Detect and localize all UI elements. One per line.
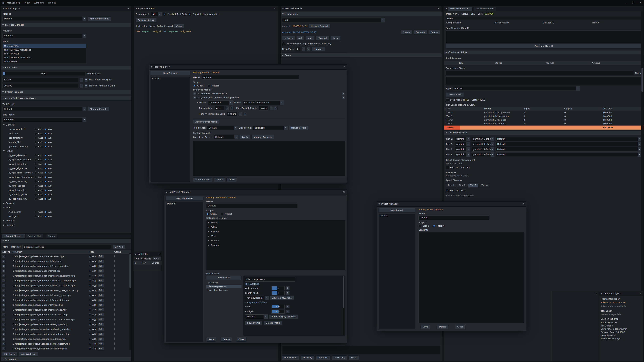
remove-override-button[interactable]: x bbox=[286, 310, 290, 313]
save-tool-preset-button[interactable]: Save bbox=[206, 337, 216, 342]
agg-checkbox[interactable]: ✓ bbox=[89, 260, 91, 263]
full-button[interactable]: Full bbox=[98, 255, 104, 258]
tab-theme[interactable]: Theme bbox=[46, 234, 58, 238]
usage-analytics-header[interactable]: ▼ Usage Analytics ✕ bbox=[599, 291, 643, 296]
add-files-button[interactable]: Add File(s) bbox=[2, 352, 18, 356]
minimize-icon[interactable]: – bbox=[625, 1, 626, 4]
composer-button[interactable]: MD Only bbox=[301, 356, 314, 360]
add-category-override-button[interactable]: Add Category Override bbox=[269, 314, 298, 319]
auto-radio[interactable] bbox=[34, 163, 37, 165]
full-button[interactable]: Full bbox=[98, 342, 104, 346]
group-header-surgical[interactable]: ▶ Surgical bbox=[1, 201, 131, 205]
preset-list-item[interactable]: Default bbox=[378, 214, 415, 218]
model-option[interactable]: MiniMax-M2.1-highspeed bbox=[3, 56, 86, 60]
increment-icon[interactable]: + bbox=[230, 106, 234, 110]
profile-scrollbar[interactable] bbox=[343, 276, 344, 335]
model-option[interactable]: MiniMax-M2 bbox=[3, 60, 86, 63]
close-icon[interactable]: ✕ bbox=[639, 292, 642, 295]
category-row[interactable]: ▶ General bbox=[206, 220, 345, 225]
remove-file-button[interactable]: x bbox=[2, 323, 6, 326]
bias-profile-item[interactable]: Balanced bbox=[206, 281, 242, 285]
update-commit-button[interactable]: Update Commit bbox=[309, 24, 330, 28]
tier-preset-dropdown[interactable]: Default ▾ bbox=[496, 137, 642, 141]
full-button[interactable]: Full bbox=[98, 328, 104, 331]
manage-prompts-button[interactable]: Manage Prompts bbox=[252, 135, 274, 139]
caret-down-icon[interactable]: ▼ bbox=[282, 7, 284, 10]
tier-model-config-header[interactable]: ▼ Tier Model Config bbox=[444, 131, 643, 135]
agg-checkbox[interactable]: ✓ bbox=[89, 323, 91, 326]
auto-radio[interactable] bbox=[34, 198, 37, 200]
tier-model-dropdown[interactable]: gemini-2.5-flash-lite ▾ bbox=[472, 152, 494, 157]
provider-model-section-header[interactable]: ▼ Provider & Model bbox=[1, 23, 131, 27]
tool-preset-manager-titlebar[interactable]: ▼ Tool Preset Manager ✕ bbox=[164, 190, 347, 195]
autoadd-checkbox[interactable] bbox=[282, 42, 285, 45]
ask-radio[interactable] bbox=[44, 189, 47, 192]
close-icon[interactable]: ✕ bbox=[22, 235, 23, 238]
ai-settings-header[interactable]: ▼ AI Settings ☰ ✕ bbox=[1, 6, 131, 11]
track-type-dropdown[interactable]: feature ▾ bbox=[453, 86, 580, 91]
save-profile-button[interactable]: Save Profile bbox=[245, 321, 262, 325]
system-prompts-section-header[interactable]: ▼ System Prompts bbox=[1, 90, 131, 94]
tool-preset-dropdown[interactable]: Default ▾ bbox=[2, 107, 86, 111]
create-track-button[interactable]: Create Track bbox=[446, 92, 464, 97]
auto-radio[interactable] bbox=[34, 211, 37, 213]
load-preset-dropdown[interactable]: Default ▾ bbox=[214, 135, 238, 139]
tier-provider-dropdown[interactable]: gemini ▾ bbox=[455, 147, 470, 151]
epic-planning-textarea[interactable] bbox=[446, 30, 642, 43]
ask-radio[interactable] bbox=[44, 158, 47, 161]
auto-radio[interactable] bbox=[34, 141, 37, 144]
remove-file-button[interactable]: x bbox=[2, 313, 6, 317]
full-button[interactable]: Full bbox=[98, 318, 104, 321]
increment-icon[interactable]: + bbox=[84, 78, 88, 82]
close-icon[interactable]: ✕ bbox=[158, 253, 161, 255]
agg-checkbox[interactable]: ✓ bbox=[89, 279, 91, 282]
remove-file-button[interactable]: x bbox=[2, 342, 6, 346]
discussions-section-header[interactable]: ▼ Discussions bbox=[280, 12, 442, 16]
close-dialog-button[interactable]: Close bbox=[236, 337, 246, 342]
weight-input[interactable]: 4 bbox=[272, 286, 284, 290]
agg-checkbox[interactable]: ✓ bbox=[89, 294, 91, 297]
save-preset-button[interactable]: Save bbox=[420, 325, 430, 329]
max-tokens-input[interactable] bbox=[2, 78, 78, 82]
project-radio[interactable] bbox=[208, 84, 210, 87]
remove-file-button[interactable]: x bbox=[2, 303, 6, 307]
conductor-setup-header[interactable]: ▶ Conductor Setup bbox=[444, 50, 643, 55]
agg-checkbox[interactable]: ✓ bbox=[89, 284, 91, 287]
composer-button[interactable]: Inject File bbox=[316, 356, 330, 360]
model-option[interactable]: MiniMax-M2.5-highspeed bbox=[3, 48, 86, 52]
close-dialog-button[interactable]: Close bbox=[455, 325, 466, 329]
agg-checkbox[interactable]: ✓ bbox=[89, 289, 91, 292]
ask-radio[interactable] bbox=[44, 163, 47, 165]
remove-file-button[interactable]: x bbox=[2, 328, 6, 331]
tier-model-dropdown[interactable]: gemini-3-flash-preview ▾ bbox=[472, 142, 494, 146]
decrement-icon[interactable]: − bbox=[80, 84, 83, 88]
category-row[interactable]: ▶ Python bbox=[206, 225, 345, 229]
auto-radio[interactable] bbox=[34, 180, 37, 183]
remove-file-button[interactable]: x bbox=[2, 294, 6, 297]
add-entry-button[interactable]: + Entry bbox=[282, 36, 295, 40]
increment-icon[interactable]: + bbox=[243, 112, 247, 116]
category-row[interactable]: ▶ Analysis bbox=[206, 238, 345, 243]
add-preferred-model-button[interactable]: Add Preferred Model bbox=[193, 120, 220, 124]
screenshot-section-header[interactable]: ▼ Screenshot bbox=[1, 357, 131, 362]
decrement-icon[interactable]: − bbox=[226, 106, 229, 110]
rename-discussion-button[interactable]: Rename bbox=[414, 30, 427, 34]
apply-button[interactable]: Apply bbox=[240, 135, 250, 139]
temperature-input[interactable] bbox=[215, 106, 224, 110]
caret-down-icon[interactable]: ▼ bbox=[446, 7, 447, 10]
full-button[interactable]: Full bbox=[98, 308, 104, 312]
remove-override-button[interactable]: x bbox=[286, 286, 290, 290]
manage-presets-button[interactable]: Manage Presets bbox=[88, 107, 109, 111]
scrollbar-thumb[interactable] bbox=[130, 254, 131, 288]
remove-file-button[interactable]: x bbox=[2, 274, 6, 278]
close-icon[interactable]: ✕ bbox=[438, 7, 440, 10]
decrement-icon[interactable]: − bbox=[239, 112, 242, 116]
full-button[interactable]: Full bbox=[98, 313, 104, 317]
remove-model-button[interactable]: x bbox=[342, 96, 345, 99]
full-button[interactable]: Full bbox=[98, 347, 104, 351]
collapse-all-button[interactable]: -All bbox=[296, 36, 304, 40]
delete-profile-button[interactable]: Delete Profile bbox=[264, 321, 282, 325]
group-header-general[interactable]: ▼ General bbox=[1, 123, 131, 127]
caret-down-icon[interactable]: ▼ bbox=[166, 191, 167, 193]
auto-radio[interactable] bbox=[34, 185, 37, 187]
